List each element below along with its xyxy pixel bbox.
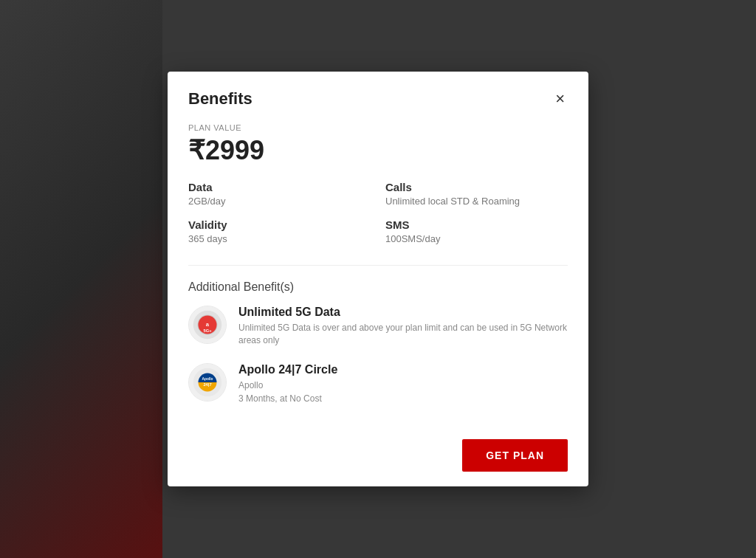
plan-detail-calls: Calls Unlimited local STD & Roaming	[385, 181, 568, 207]
benefit-apollo-sub: 3 Months, at No Cost	[238, 393, 337, 404]
sms-label: SMS	[385, 218, 568, 231]
plan-value-label: PLAN VALUE	[188, 123, 568, 132]
benefit-5g-description: Unlimited 5G Data is over and above your…	[238, 322, 568, 347]
validity-label: Validity	[188, 218, 371, 231]
benefit-5g-info: Unlimited 5G Data Unlimited 5G Data is o…	[238, 306, 568, 348]
validity-value: 365 days	[188, 233, 371, 244]
benefit-apollo-description: Apollo	[238, 379, 337, 392]
svg-text:Apollo: Apollo	[202, 377, 213, 381]
plan-details-grid: Data 2GB/day Calls Unlimited local STD &…	[188, 181, 568, 244]
benefit-item-apollo: Apollo 24|7 Apollo 24|7 Circle Apollo 3 …	[188, 363, 568, 404]
modal-title: Benefits	[188, 89, 252, 108]
plan-detail-validity: Validity 365 days	[188, 218, 371, 244]
modal-footer: GET PLAN	[168, 430, 588, 486]
modal-header: Benefits ×	[168, 72, 588, 120]
plan-price: ₹2999	[188, 135, 568, 166]
get-plan-button[interactable]: GET PLAN	[462, 439, 568, 472]
plan-detail-sms: SMS 100SMS/day	[385, 218, 568, 244]
svg-text:a: a	[206, 321, 210, 328]
sms-value: 100SMS/day	[385, 233, 568, 244]
plan-detail-data: Data 2GB/day	[188, 181, 371, 207]
apollo-icon: Apollo 24|7	[188, 363, 227, 402]
benefit-apollo-title: Apollo 24|7 Circle	[238, 363, 337, 376]
svg-text:24|7: 24|7	[203, 382, 211, 387]
svg-text:5G+: 5G+	[203, 328, 212, 333]
benefit-apollo-info: Apollo 24|7 Circle Apollo 3 Months, at N…	[238, 363, 337, 404]
5g-icon: a 5G+	[188, 306, 227, 344]
modal-body: PLAN VALUE ₹2999 Data 2GB/day Calls Unli…	[168, 120, 588, 430]
modal-overlay: Benefits × PLAN VALUE ₹2999 Data 2GB/day…	[0, 0, 756, 558]
calls-label: Calls	[385, 181, 568, 193]
data-value: 2GB/day	[188, 196, 371, 207]
divider	[188, 265, 568, 266]
benefit-5g-title: Unlimited 5G Data	[238, 306, 568, 319]
benefit-item-5g: a 5G+ Unlimited 5G Data Unlimited 5G Dat…	[188, 306, 568, 348]
benefits-modal: Benefits × PLAN VALUE ₹2999 Data 2GB/day…	[168, 72, 588, 486]
data-label: Data	[188, 181, 371, 193]
calls-value: Unlimited local STD & Roaming	[385, 196, 568, 207]
close-button[interactable]: ×	[552, 91, 568, 107]
additional-benefits-title: Additional Benefit(s)	[188, 280, 568, 294]
